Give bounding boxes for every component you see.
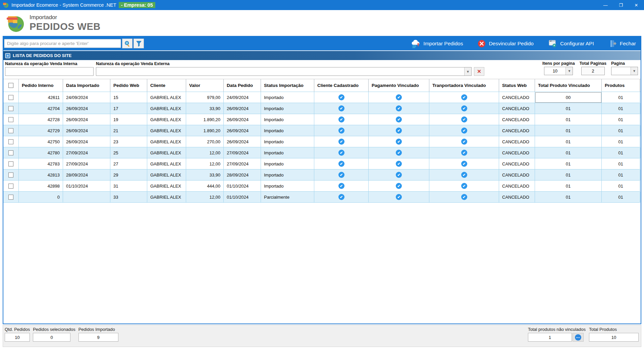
- pagina-combobox[interactable]: ▼: [611, 67, 638, 75]
- column-header-produtos[interactable]: Produtos: [602, 79, 640, 92]
- cell-status_importacao[interactable]: Importado: [261, 136, 314, 147]
- cell-pedido_interno[interactable]: 42898: [19, 181, 63, 192]
- table-row[interactable]: 4278027/09/202425GABRIEL ALEX12,0027/09/…: [3, 147, 641, 158]
- table-row[interactable]: 4272826/09/202419GABRIEL ALEX1.890,2026/…: [3, 114, 641, 125]
- cell-valor[interactable]: 12,00: [186, 158, 224, 169]
- row-checkbox[interactable]: [8, 161, 13, 166]
- row-checkbox[interactable]: [8, 106, 13, 111]
- cell-pedido_web[interactable]: 33: [110, 192, 147, 203]
- cell-data_importado[interactable]: 01/10/2024: [63, 181, 110, 192]
- chevron-down-icon[interactable]: ▼: [631, 67, 638, 75]
- row-select-cell[interactable]: [3, 158, 19, 169]
- venda-interna-input[interactable]: [5, 67, 94, 76]
- cell-data_pedido[interactable]: 24/09/2024: [224, 92, 261, 103]
- search-input[interactable]: [4, 39, 121, 48]
- cell-cliente_cadastrado[interactable]: ✔: [314, 92, 369, 103]
- cell-data_pedido[interactable]: 27/09/2024: [224, 158, 261, 169]
- cell-pedido_web[interactable]: 29: [110, 169, 147, 181]
- cell-cliente_cadastrado[interactable]: ✔: [314, 158, 369, 169]
- cell-total_produto_vinculado[interactable]: 01: [535, 114, 602, 125]
- cell-pedido_web[interactable]: 17: [110, 103, 147, 114]
- cell-valor[interactable]: 1.890,20: [186, 114, 224, 125]
- cell-transportadora_vinculado[interactable]: ✔: [429, 114, 499, 125]
- cell-valor[interactable]: 33,90: [186, 169, 224, 181]
- table-row[interactable]: 4275026/09/202423GABRIEL ALEX270,0026/09…: [3, 136, 641, 147]
- cell-transportadora_vinculado[interactable]: ✔: [429, 147, 499, 158]
- minimize-button[interactable]: —: [598, 0, 613, 10]
- cell-pedido_web[interactable]: 21: [110, 125, 147, 136]
- cell-data_importado[interactable]: 24/09/2024: [63, 92, 110, 103]
- cell-cliente_cadastrado[interactable]: ✔: [314, 181, 369, 192]
- cell-transportadora_vinculado[interactable]: ✔: [429, 92, 499, 103]
- column-header-data_importado[interactable]: Data Importado: [63, 79, 110, 92]
- cell-data_pedido[interactable]: 01/10/2024: [224, 181, 261, 192]
- cell-produtos[interactable]: 01: [602, 158, 640, 169]
- cell-data_pedido[interactable]: 01/10/2024: [224, 192, 261, 203]
- cell-status_web[interactable]: CANCELADO: [499, 192, 535, 203]
- column-header-transportadora_vinculado[interactable]: Tranportadora Vinculado: [429, 79, 499, 92]
- cell-data_importado[interactable]: 28/09/2024: [63, 169, 110, 181]
- cell-status_importacao[interactable]: Parcialmente: [261, 192, 314, 203]
- cell-valor[interactable]: 979,00: [186, 92, 224, 103]
- more-options-button[interactable]: •••: [573, 333, 584, 342]
- row-select-cell[interactable]: [3, 169, 19, 181]
- row-select-cell[interactable]: [3, 181, 19, 192]
- row-checkbox[interactable]: [8, 195, 13, 200]
- row-select-cell[interactable]: [3, 114, 19, 125]
- cell-status_web[interactable]: CANCELADO: [499, 114, 535, 125]
- row-checkbox[interactable]: [8, 184, 13, 189]
- cell-produtos[interactable]: 01: [602, 92, 640, 103]
- cell-cliente_cadastrado[interactable]: ✔: [314, 136, 369, 147]
- cell-data_importado[interactable]: 26/09/2024: [63, 125, 110, 136]
- venda-externa-combobox[interactable]: ▼: [96, 67, 472, 76]
- cell-pedido_interno[interactable]: 42813: [19, 169, 63, 181]
- cell-pagamento_vinculado[interactable]: ✔: [369, 169, 429, 181]
- cell-total_produto_vinculado[interactable]: 01: [535, 181, 602, 192]
- cell-pedido_interno[interactable]: 0: [19, 192, 63, 203]
- cell-produtos[interactable]: 01: [602, 169, 640, 181]
- cell-total_produto_vinculado[interactable]: 01: [535, 125, 602, 136]
- chevron-down-icon[interactable]: ▼: [464, 67, 471, 76]
- cell-status_importacao[interactable]: Importado: [261, 103, 314, 114]
- cell-pedido_interno[interactable]: 42750: [19, 136, 63, 147]
- cell-produtos[interactable]: 01: [602, 103, 640, 114]
- cell-valor[interactable]: 12,00: [186, 192, 224, 203]
- cell-status_web[interactable]: CANCELADO: [499, 103, 535, 114]
- cell-produtos[interactable]: 01: [602, 125, 640, 136]
- table-row[interactable]: 4272926/09/202421GABRIEL ALEX1.890,2026/…: [3, 125, 641, 136]
- cell-data_importado[interactable]: 27/09/2024: [63, 158, 110, 169]
- row-checkbox[interactable]: [8, 128, 13, 133]
- cell-valor[interactable]: 33,90: [186, 103, 224, 114]
- table-row[interactable]: 4281328/09/202429GABRIEL ALEX33,9028/09/…: [3, 169, 641, 181]
- cell-produtos[interactable]: 01: [602, 181, 640, 192]
- cell-data_pedido[interactable]: 26/09/2024: [224, 125, 261, 136]
- cell-status_importacao[interactable]: Importado: [261, 92, 314, 103]
- table-row[interactable]: 4261124/09/202415GABRIEL ALEX979,0024/09…: [3, 92, 641, 103]
- cell-valor[interactable]: 1.890,20: [186, 125, 224, 136]
- cell-cliente_cadastrado[interactable]: ✔: [314, 169, 369, 181]
- cell-pedido_web[interactable]: 23: [110, 136, 147, 147]
- cell-cliente_cadastrado[interactable]: ✔: [314, 125, 369, 136]
- row-checkbox[interactable]: [8, 139, 13, 144]
- cell-transportadora_vinculado[interactable]: ✔: [429, 136, 499, 147]
- cell-total_produto_vinculado[interactable]: 00: [535, 92, 602, 103]
- cell-transportadora_vinculado[interactable]: ✔: [429, 181, 499, 192]
- cell-transportadora_vinculado[interactable]: ✔: [429, 103, 499, 114]
- cell-data_pedido[interactable]: 28/09/2024: [224, 169, 261, 181]
- cell-transportadora_vinculado[interactable]: ✔: [429, 125, 499, 136]
- cell-pedido_interno[interactable]: 42783: [19, 158, 63, 169]
- cell-pagamento_vinculado[interactable]: ✔: [369, 192, 429, 203]
- cell-pedido_web[interactable]: 19: [110, 114, 147, 125]
- cell-cliente[interactable]: GABRIEL ALEX: [147, 136, 186, 147]
- cell-cliente[interactable]: GABRIEL ALEX: [147, 181, 186, 192]
- column-header-pagamento_vinculado[interactable]: Pagamento Vinculado: [369, 79, 429, 92]
- configurar-api-button[interactable]: API Configurar API: [548, 39, 594, 48]
- cell-cliente[interactable]: GABRIEL ALEX: [147, 125, 186, 136]
- cell-cliente[interactable]: GABRIEL ALEX: [147, 158, 186, 169]
- maximize-button[interactable]: ❐: [613, 0, 629, 10]
- cell-pedido_interno[interactable]: 42729: [19, 125, 63, 136]
- cell-status_importacao[interactable]: Importado: [261, 169, 314, 181]
- cell-status_web[interactable]: CANCELADO: [499, 125, 535, 136]
- column-header-status_importacao[interactable]: Status Importação: [261, 79, 314, 92]
- cell-cliente_cadastrado[interactable]: ✔: [314, 114, 369, 125]
